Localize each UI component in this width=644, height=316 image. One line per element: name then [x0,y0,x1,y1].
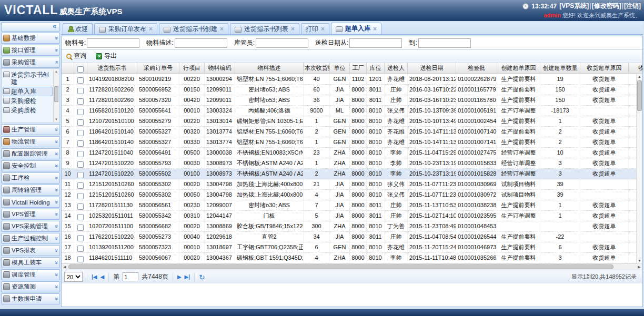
table-row[interactable]: 11041920180820058001092190022013000294铝型… [62,74,642,85]
vscroll-thumb[interactable] [637,80,642,111]
column-header[interactable]: 送货指示书 [87,63,137,74]
sidebar-group-base-data[interactable]: 基础数据» [1,33,60,44]
sidebar-group-vps-purchase[interactable]: VPS采购管理» [1,221,60,232]
row-checkbox[interactable] [77,246,84,252]
sidebar-group-turnover-box[interactable]: 周转箱管理» [1,185,60,196]
scroll-thumb[interactable] [54,86,58,102]
filter-input-material-desc[interactable] [175,38,227,48]
next-page-button[interactable]: ▶ [177,274,182,280]
sidebar-group-interface-mgmt[interactable]: 接口管理» [1,45,60,56]
tab-print[interactable]: 打印× [301,23,329,34]
column-header[interactable]: 送检人 [385,63,408,74]
row-checkbox[interactable] [77,109,84,115]
sidebar-collapse-button[interactable]: « [1,22,60,32]
page-number-input[interactable] [123,272,138,281]
header-link[interactable]: [VPS系统] [559,2,589,9]
sidebar-group-production-mgmt[interactable]: 生产管理» [1,124,60,135]
sidebar-group-master-data-request[interactable]: 主数据申请» [1,293,60,304]
tab-po-publish[interactable]: 采购订单发布× [94,23,157,34]
sidebar-item-delivery-note-create[interactable]: 送货指示书创建 [3,70,53,87]
sidebar-item-over-order-inbound[interactable]: 超单入库 [3,87,53,96]
sidebar-item-purchase-inspection[interactable]: 采购报检 [3,96,53,106]
row-checkbox[interactable] [77,161,84,168]
page-size-select[interactable]: 20 [64,272,83,282]
column-header[interactable]: 送检日期 [408,63,456,74]
filter-input-warehouse-keeper[interactable] [256,38,308,48]
refresh-icon[interactable]: ↻ [199,273,205,281]
sidebar-group-victall-holding[interactable]: Victall Holding» [1,197,60,208]
row-checkbox[interactable] [77,172,84,178]
prev-page-button[interactable]: ◀ [100,274,105,280]
scroll-up-icon[interactable]: ▲ [637,74,642,79]
row-checkbox[interactable] [77,88,84,94]
scroll-up-icon[interactable]: ▲ [54,69,59,74]
table-row[interactable]: 71186420151014058000553270033013013774铝型… [62,137,642,148]
sidebar-group-vps-mgmt[interactable]: VPS管理» [1,209,60,220]
table-row[interactable]: 161176220151022058000552730004012029618直… [62,232,642,242]
row-checkbox[interactable] [77,256,84,262]
row-checkbox[interactable] [77,203,84,210]
row-checkbox[interactable] [77,77,84,84]
export-button[interactable]: 导出 [94,51,118,61]
row-checkbox[interactable] [77,140,84,147]
row-checkbox[interactable] [77,119,84,126]
row-checkbox[interactable] [77,214,84,220]
filter-input-material-no[interactable] [87,38,139,48]
vertical-scrollbar[interactable]: ▲ ▼ [636,74,642,263]
table-row[interactable]: 121215120151026058000553020005013004798加… [62,190,642,200]
close-icon[interactable]: × [373,26,377,32]
table-row[interactable]: 41165820151012058000556410001013003324丙烯… [62,106,642,116]
scroll-left-icon[interactable]: ◀ [62,264,68,270]
table-row[interactable]: 51210720151010058000552790022013013014碳钢… [62,116,642,127]
last-page-button[interactable]: ▶| [185,274,190,280]
column-header[interactable]: 收货 [629,63,642,74]
table-row[interactable]: 151020720151110058000566820002013008869胶… [62,221,642,232]
sidebar-group-vps-report[interactable]: VPS报表» [1,245,60,256]
submenu-scrollbar[interactable]: ▲▼ [53,69,59,122]
horizontal-scrollbar[interactable]: ◀ ▶ [62,263,642,270]
sidebar-group-config-tracking[interactable]: 配置跟踪管理» [1,148,60,159]
table-row[interactable]: 171013920151120058000573230001013018697工… [62,242,642,253]
table-row[interactable]: 101124720151022058000555020010013008973不… [62,169,642,179]
filter-input-inspect-date-from[interactable] [349,38,402,48]
sidebar-group-process-inspection[interactable]: 工序检» [1,172,60,184]
sidebar-group-purchase-mgmt[interactable]: 采购管理» [1,57,60,68]
header-link[interactable]: [注销] [624,2,641,9]
sidebar-group-logistics-mgmt[interactable]: 物流管理» [1,136,60,147]
filter-input-inspect-date-to[interactable] [418,38,471,48]
row-checkbox[interactable] [77,235,84,241]
row-checkbox[interactable] [77,193,84,199]
sidebar-group-resource-forecast[interactable]: 资源预测» [1,281,60,292]
sidebar-group-dispatch-mgmt[interactable]: 调度管理» [1,269,60,280]
header-link[interactable]: [修改密码] [592,2,621,9]
tab-delivery-note-create[interactable]: 送货指示书创建× [159,23,228,34]
table-row[interactable]: 131172820151113058000565610023012099007密… [62,200,642,211]
table-row[interactable]: 31172820160226058000573200042012099011密封… [62,95,642,106]
table-row[interactable]: 81124720151104058000564910050013000038不锈… [62,148,642,158]
column-header[interactable]: 收货超单原因 [580,63,629,74]
column-header[interactable]: 行项目 [179,63,205,74]
query-button[interactable]: 查询 [65,51,88,61]
column-header[interactable]: 采购订单号 [137,63,179,74]
column-header[interactable]: 单位 [330,63,350,74]
table-row[interactable]: 111215120151026058000553020002013004798加… [62,179,642,190]
row-checkbox[interactable] [77,98,84,105]
column-header[interactable]: 本次收货数 [304,63,330,74]
column-header[interactable]: 库位 [367,63,385,74]
column-header[interactable]: 创建超单原因 [497,63,540,74]
row-checkbox[interactable] [77,151,84,157]
row-checkbox[interactable] [77,130,84,136]
column-header[interactable]: 工厂 [350,63,367,74]
tab-welcome[interactable]: 欢迎 [63,23,93,34]
column-header[interactable]: 创建超单数量 [540,63,580,74]
close-icon[interactable]: × [291,26,295,32]
table-row[interactable]: 91124720151022058000557930003013008973不锈… [62,158,642,169]
row-checkbox[interactable] [77,182,84,189]
close-icon[interactable]: × [220,26,224,32]
tab-delivery-note-list[interactable]: 送货指示书列表× [230,23,299,34]
scroll-down-icon[interactable]: ▼ [54,117,59,122]
scroll-right-icon[interactable]: ▶ [636,264,642,270]
tab-over-order-inbound[interactable]: 超单入库× [331,23,381,34]
row-checkbox[interactable] [77,225,84,231]
column-header[interactable]: 检验批 [456,63,497,74]
